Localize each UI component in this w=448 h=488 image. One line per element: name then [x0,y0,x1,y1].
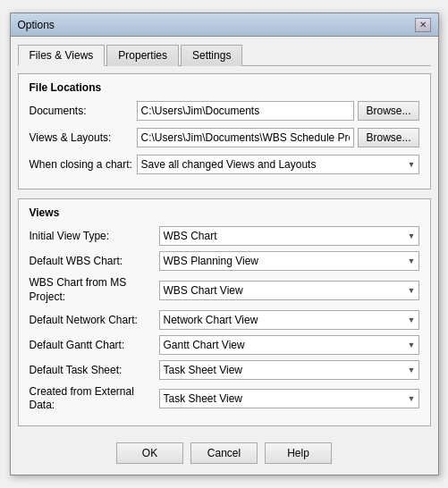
file-locations-title: File Locations [30,81,419,94]
created-external-dropdown-wrapper: Task Sheet View [159,389,419,408]
title-bar-controls: ✕ [415,18,431,32]
default-network-label: Default Network Chart: [30,314,159,326]
default-gantt-dropdown[interactable]: Gantt Chart View [159,335,419,355]
default-network-dropdown-wrapper: Network Chart View [159,310,419,330]
default-gantt-dropdown-wrapper: Gantt Chart View [159,335,419,355]
views-section: Views Initial View Type: WBS Chart Defau… [18,198,431,425]
when-closing-dropdown[interactable]: Save all changed Views and Layouts [137,155,419,174]
cancel-button[interactable]: Cancel [190,442,258,464]
title-bar: Options ✕ [11,13,438,37]
views-layouts-browse-button[interactable]: Browse... [358,128,418,147]
documents-row: Documents: Browse... [30,101,419,121]
initial-view-row: Initial View Type: WBS Chart [30,226,419,246]
wbs-ms-row: WBS Chart from MS Project: WBS Chart Vie… [30,276,419,304]
default-wbs-dropdown[interactable]: WBS Planning View [159,251,419,271]
views-layouts-row: Views & Layouts: Browse... [30,128,419,147]
default-task-dropdown[interactable]: Task Sheet View [159,360,419,380]
tab-bar: Files & Views Properties Settings [18,44,431,66]
ok-button[interactable]: OK [116,442,183,464]
when-closing-label: When closing a chart: [30,158,137,171]
default-network-dropdown[interactable]: Network Chart View [159,310,419,330]
documents-input[interactable] [137,101,355,121]
tab-properties[interactable]: Properties [106,45,179,66]
initial-view-dropdown-wrapper: WBS Chart [159,226,419,246]
default-gantt-row: Default Gantt Chart: Gantt Chart View [30,335,419,355]
initial-view-label: Initial View Type: [30,230,159,242]
views-title: Views [30,206,419,219]
default-task-dropdown-wrapper: Task Sheet View [159,360,419,380]
default-wbs-row: Default WBS Chart: WBS Planning View [30,251,419,271]
default-wbs-dropdown-wrapper: WBS Planning View [159,251,419,271]
when-closing-dropdown-wrapper: Save all changed Views and Layouts [137,155,419,174]
created-external-label: Created from External Data: [30,385,159,413]
close-button[interactable]: ✕ [415,18,431,32]
file-locations-section: File Locations Documents: Browse... View… [18,73,431,189]
documents-label: Documents: [30,105,137,117]
created-external-row: Created from External Data: Task Sheet V… [30,385,419,413]
default-wbs-label: Default WBS Chart: [30,255,159,267]
wbs-ms-dropdown-wrapper: WBS Chart View [159,281,419,300]
help-button[interactable]: Help [265,442,332,464]
views-layouts-input[interactable] [137,128,355,147]
initial-view-dropdown[interactable]: WBS Chart [159,226,419,246]
wbs-ms-label: WBS Chart from MS Project: [30,276,159,304]
default-gantt-label: Default Gantt Chart: [30,339,159,351]
window-title: Options [18,19,55,31]
views-layouts-label: Views & Layouts: [30,131,137,144]
created-external-dropdown[interactable]: Task Sheet View [159,389,419,408]
options-window: Options ✕ Files & Views Properties Setti… [10,13,439,475]
default-task-label: Default Task Sheet: [30,364,159,376]
when-closing-row: When closing a chart: Save all changed V… [30,155,419,174]
wbs-ms-dropdown[interactable]: WBS Chart View [159,281,419,300]
tab-files-views[interactable]: Files & Views [18,45,106,66]
window-body: Files & Views Properties Settings File L… [11,37,438,474]
tab-settings[interactable]: Settings [181,45,242,66]
documents-browse-button[interactable]: Browse... [358,101,418,121]
bottom-buttons: OK Cancel Help [18,435,431,467]
default-task-row: Default Task Sheet: Task Sheet View [30,360,419,380]
default-network-row: Default Network Chart: Network Chart Vie… [30,310,419,330]
